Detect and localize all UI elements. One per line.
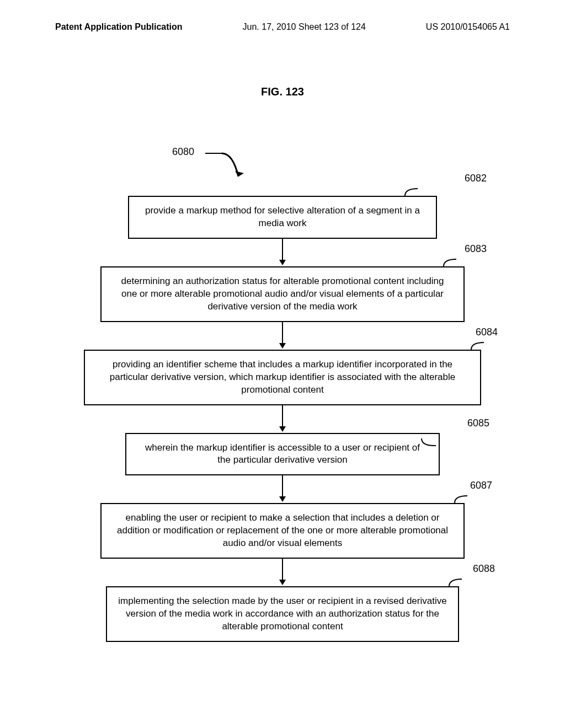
svg-marker-1 (235, 171, 244, 176)
arrow-3 (84, 405, 481, 433)
block-container-4: 6085 wherein the markup identifier is ac… (84, 433, 481, 476)
ref-label-6088: 6088 (473, 563, 495, 575)
block-container-6: 6088 implementing the selection made by … (84, 586, 481, 642)
ref-label-6085: 6085 (467, 417, 489, 429)
ref-label-6084: 6084 (476, 326, 498, 338)
block-6084: providing an identifier scheme that incl… (84, 350, 481, 405)
block-6088: implementing the selection made by the u… (106, 586, 459, 642)
arrow-1 (84, 239, 481, 266)
block-text-6087: enabling the user or recipient to make a… (117, 512, 448, 548)
block-text-6084: providing an identifier scheme that incl… (110, 359, 455, 395)
ref-callout-6088 (448, 576, 465, 587)
block-text-6088: implementing the selection made by the u… (118, 596, 446, 631)
block-6087: enabling the user or recipient to make a… (100, 503, 465, 559)
block-text-6082: provide a markup method for selective al… (145, 205, 420, 228)
block-container-3: 6084 providing an identifier scheme that… (84, 350, 481, 405)
block-6085: wherein the markup identifier is accessi… (125, 433, 440, 476)
block-6083: determining an authorization status for … (100, 266, 465, 322)
block-container-5: 6087 enabling the user or recipient to m… (84, 503, 481, 559)
ref-label-6082: 6082 (465, 173, 487, 184)
block-text-6083: determining an authorization status for … (121, 276, 444, 312)
ref-label-6080: 6080 (172, 146, 194, 158)
ref-arrow-6080 (205, 149, 249, 193)
arrow-2 (84, 322, 481, 350)
block-container-1: 6082 provide a markup method for selecti… (84, 196, 481, 239)
header-center: Jun. 17, 2010 Sheet 123 of 124 (243, 22, 366, 32)
ref-label-6083: 6083 (465, 243, 487, 255)
header-left: Patent Application Publication (55, 22, 183, 32)
block-6082: provide a markup method for selective al… (128, 196, 437, 239)
ref-callout-6083 (443, 256, 459, 267)
ref-label-6087: 6087 (470, 480, 492, 491)
ref-callout-6084 (470, 340, 487, 351)
block-text-6085: wherein the markup identifier is accessi… (145, 442, 420, 465)
flowchart-container: 6080 6082 provide a markup method for se… (84, 149, 481, 642)
ref-callout-6085 (420, 437, 437, 448)
figure-title: FIG. 123 (0, 85, 565, 98)
block-container-2: 6083 determining an authorization status… (84, 266, 481, 322)
page-header: Patent Application Publication Jun. 17, … (0, 22, 565, 32)
arrow-4 (84, 475, 481, 503)
ref-callout-6087 (454, 493, 470, 504)
ref-callout-6082 (404, 186, 420, 197)
arrow-5 (84, 559, 481, 586)
header-right: US 2010/0154065 A1 (426, 22, 510, 32)
